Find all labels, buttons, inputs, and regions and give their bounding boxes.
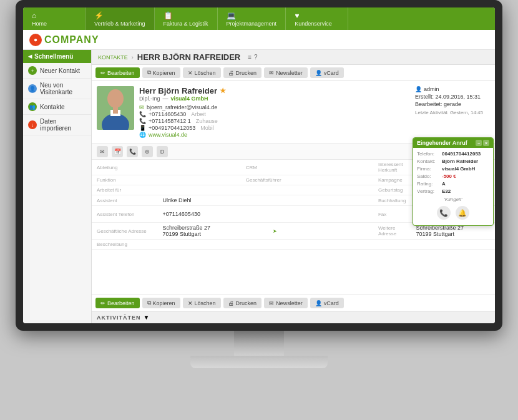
incoming-call-title: Eingehender Anruf <box>417 140 467 146</box>
ic-vertrag-label: Vertrag: <box>417 188 442 194</box>
label-assistent: Assistent <box>92 195 158 206</box>
label-fax: Fax <box>373 206 411 223</box>
label-empty5 <box>241 206 309 223</box>
nav-projekt[interactable]: 💻 Projektmanagement <box>218 7 286 30</box>
home-icon: ⌂ <box>32 11 76 20</box>
modified-value: Bearbeitet: gerade <box>415 101 461 107</box>
ic-firma-label: Firma: <box>417 166 442 172</box>
ic-firma-row: Firma: visual4 GmbH <box>417 166 489 172</box>
contact-detail: Herr Björn Rafreider ★ Dipl.-Ing — visua… <box>92 81 495 144</box>
value-beschreibung <box>158 240 495 250</box>
decline-call-button[interactable]: 🔔 <box>456 206 469 220</box>
meta-admin-row: 👤 admin <box>415 86 490 92</box>
activities-bar[interactable]: AKTIVITÄTEN ▼ <box>92 311 495 323</box>
bearbeiten-button[interactable]: ✏ Bearbeiten <box>95 67 140 78</box>
label-assistent-tel: Assistent Telefon <box>92 206 158 223</box>
breadcrumb-home: KONTAKTE <box>98 54 128 61</box>
contact-phone1-field: 📞 +07114605430 Arbeit <box>139 111 410 117</box>
ic-saldo-value: -500 € <box>442 173 456 179</box>
vcard-icon: 👤 <box>315 70 322 76</box>
ic-saldo-row: Saldo: -500 € <box>417 173 489 179</box>
label-arbeitet: Arbeitet für <box>92 185 158 195</box>
incoming-call-panel: Eingehender Anruf − × Telefon: 004917044… <box>413 137 494 226</box>
drucken-button[interactable]: 🖨 Drucken <box>223 67 262 78</box>
vcard-label: vCard <box>324 70 339 76</box>
monitor-screen: ⌂ Home ⚡ Vertrieb & Marketing 📋 Faktura … <box>23 7 495 323</box>
top-navigation: ⌂ Home ⚡ Vertrieb & Marketing 📋 Faktura … <box>23 7 495 30</box>
bearbeiten-bottom-button[interactable]: ✏ Bearbeiten <box>95 298 140 308</box>
company-name: COMPANY <box>44 34 99 46</box>
value-funktion <box>158 175 241 185</box>
admin-icon: 👤 <box>415 86 422 92</box>
nav-kunden-label: Kundenservice <box>295 21 339 27</box>
incoming-call-body: Telefon: 00491704412053 Kontakt: Björn R… <box>413 148 493 225</box>
import-icon: ↓ <box>28 120 37 129</box>
incoming-call-close-buttons: − × <box>476 140 489 146</box>
contact-phone2-field: 📞 +07114587412 1 Zuhause <box>139 118 410 124</box>
value-abteilung <box>158 160 241 175</box>
label-empty3 <box>241 195 309 206</box>
newsletter-bottom-button[interactable]: ✉ Newsletter <box>264 298 308 308</box>
kopieren-bottom-button[interactable]: ⧉ Kopieren <box>142 298 180 308</box>
activities-label: AKTIVITÄTEN <box>97 315 141 321</box>
ic-vertrag-row: Vertrag: E32 <box>417 188 489 194</box>
web-icon: 🌐 <box>139 132 146 138</box>
nav-kunden[interactable]: ♥ Kundenservice <box>286 7 348 30</box>
help-icon[interactable]: ? <box>254 54 258 61</box>
minimize-button[interactable]: − <box>476 140 482 146</box>
bottom-toolbar: ✏ Bearbeiten ⧉ Kopieren ✕ Löschen <box>92 295 495 311</box>
kopieren-button[interactable]: ⧉ Kopieren <box>142 67 180 78</box>
newsletter-button[interactable]: ✉ Newsletter <box>264 67 308 78</box>
sidebar-item-neuer-kontakt[interactable]: + Neuer Kontakt <box>23 63 91 79</box>
action-icon-4[interactable]: ⊕ <box>142 146 153 157</box>
label-funktion: Funktion <box>92 175 158 185</box>
action-icon-1[interactable]: ✉ <box>97 146 108 157</box>
loeschen-bottom-button[interactable]: ✕ Löschen <box>183 298 221 308</box>
monitor-bezel: ⌂ Home ⚡ Vertrieb & Marketing 📋 Faktura … <box>16 0 502 331</box>
label-crm: CRM <box>241 160 309 175</box>
delete-bottom-icon: ✕ <box>188 300 193 306</box>
sidebar-importieren-label: Daten importieren <box>40 118 86 132</box>
value-geschaeftsfuehrer <box>309 175 373 185</box>
ic-kontakt-value: Björn Rafreider <box>442 159 478 164</box>
vcard-button[interactable]: 👤 vCard <box>310 67 344 78</box>
loeschen-bottom-label: Löschen <box>195 300 216 306</box>
menu-icon[interactable]: ≡ <box>248 54 252 61</box>
value-arbeitet <box>158 185 241 195</box>
drucken-bottom-button[interactable]: 🖨 Drucken <box>223 298 262 308</box>
contact-website: www.visual4.de <box>149 132 187 138</box>
contact-email-field: ✉ bjoern_rafreider@visual4.de <box>139 104 410 110</box>
close-button[interactable]: × <box>483 140 489 146</box>
newsletter-label: Newsletter <box>276 70 303 76</box>
nav-home[interactable]: ⌂ Home <box>23 7 86 30</box>
contact-name: Herr Björn Rafreider ★ <box>139 86 410 95</box>
toolbar: ✏ Bearbeiten ⧉ Kopieren ✕ Löschen <box>92 65 495 81</box>
nav-faktura[interactable]: 📋 Faktura & Logistik <box>155 7 218 30</box>
newsletter-bottom-label: Newsletter <box>276 300 303 306</box>
action-icon-2[interactable]: 📅 <box>112 146 123 157</box>
sidebar-item-kontakte[interactable]: 👥 Kontakte <box>23 99 91 115</box>
action-icon-3[interactable]: 📞 <box>127 146 138 157</box>
value-empty1 <box>309 185 373 195</box>
drucken-label: Drucken <box>236 70 257 76</box>
nav-vertrieb[interactable]: ⚡ Vertrieb & Marketing <box>86 7 155 30</box>
value-assistent-tel: +07114605430 <box>158 206 241 223</box>
sidebar-item-importieren[interactable]: ↓ Daten importieren <box>23 115 91 135</box>
arrow-icon: ◀ <box>28 54 32 59</box>
ic-rating-row: Rating: A <box>417 181 489 187</box>
action-icon-5[interactable]: D <box>157 146 168 157</box>
label-nav-icon: ➤ <box>241 223 309 240</box>
vcard-bottom-label: vCard <box>324 300 339 306</box>
sidebar-item-visitenkarte[interactable]: 👤 Neu von Visitenkarte <box>23 79 91 99</box>
loeschen-button[interactable]: ✕ Löschen <box>183 67 221 78</box>
ic-firma-value: visual4 GmbH <box>442 166 475 172</box>
phone3-icon: 📱 <box>139 125 146 131</box>
print-bottom-icon: 🖨 <box>228 300 234 306</box>
vcard-bottom-button[interactable]: 👤 vCard <box>310 298 344 308</box>
contact-full-name: Herr Björn Rafreider <box>139 86 217 95</box>
label-kampagne: Kampagne <box>373 175 411 185</box>
label-geburtstag: Geburtstag <box>373 185 411 195</box>
kopieren-label: Kopieren <box>153 70 175 76</box>
answer-call-button[interactable]: 📞 <box>437 206 451 220</box>
add-icon: + <box>28 66 37 75</box>
